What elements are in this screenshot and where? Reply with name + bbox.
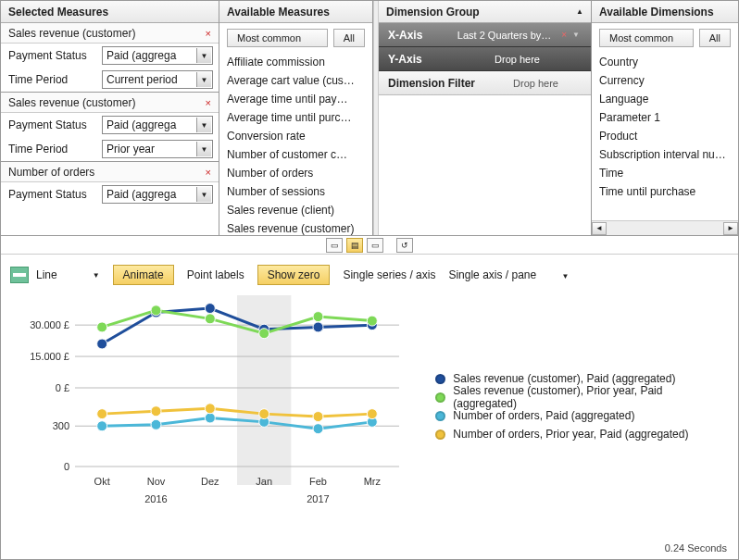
available-dimensions-body: Most common All CountryCurrencyLanguageP… [592,23,738,235]
available-measure-item[interactable]: Conversion rate [219,127,372,145]
remove-measure-icon[interactable]: × [206,97,211,108]
measures-filter-mostcommon[interactable]: Most common [227,29,328,47]
available-dimensions-header: Available Dimensions [592,1,738,23]
remove-measure-icon[interactable]: × [206,28,211,39]
svg-text:0: 0 [64,461,69,472]
chevron-down-icon: ▼ [196,48,211,63]
svg-point-34 [367,409,377,419]
available-dimension-item[interactable]: Currency [592,71,738,90]
available-measure-item[interactable]: Sales revenue (client) [219,201,372,219]
svg-point-11 [313,322,323,332]
svg-point-7 [97,339,107,349]
measures-filter-all[interactable]: All [333,29,365,47]
param-combo[interactable]: Paid (aggrega▼ [102,116,213,134]
series-mode-label[interactable]: Single series / axis [343,268,435,281]
x-axis-remove-icon[interactable]: × [561,30,567,40]
dimensions-filter-all[interactable]: All [699,29,731,47]
svg-text:2016: 2016 [144,493,167,504]
dimension-filter-row[interactable]: Dimension Filter Drop here [379,71,591,95]
x-axis-dropdown-icon[interactable]: ▼ [570,31,582,39]
svg-point-30 [151,406,161,417]
measure-param-row: Payment StatusPaid (aggrega▼ [1,44,219,68]
scroll-left-icon[interactable]: ◄ [592,222,607,235]
svg-point-27 [313,424,323,434]
x-axis-label: X-Axis [388,29,453,42]
selected-measures-header: Selected Measures [1,1,219,23]
show-zero-toggle[interactable]: Show zero [257,265,331,285]
available-measure-item[interactable]: Affiliate commission [219,53,372,71]
legend-color-dot [435,411,445,421]
chart-type-combo[interactable]: Line ▼ [10,267,100,283]
param-label: Time Period [8,73,96,86]
param-value: Current period [106,73,196,86]
chart-canvas: 0 £15.000 £30.000 £0300OktNovDezJanFebMr… [10,295,417,522]
measure-group-heading: Number of orders× [1,162,219,182]
scroll-right-icon[interactable]: ► [723,222,738,235]
measure-group-title: Sales revenue (customer) [8,96,135,109]
view-mode-2[interactable]: ▤ [346,238,363,253]
available-measure-item[interactable]: Average cart value (cus… [219,71,372,90]
selected-measures-body: Sales revenue (customer)×Payment StatusP… [1,23,219,235]
measure-group-heading: Sales revenue (customer)× [1,23,219,44]
x-axis-value: Last 2 Quarters by… [453,30,556,41]
param-label: Payment Status [8,49,96,62]
svg-point-23 [97,421,107,431]
svg-text:2017: 2017 [307,493,329,504]
legend-label: Number of orders, Prior year, Paid (aggr… [453,428,688,441]
legend-item: Sales revenue (customer), Prior year, Pa… [435,388,729,406]
param-label: Payment Status [8,188,96,201]
available-measures-body: Most common All Affiliate commissionAver… [219,23,372,235]
param-combo[interactable]: Paid (aggrega▼ [102,185,213,204]
dimensions-hscrollbar[interactable]: ◄ ► [592,220,738,235]
param-combo[interactable]: Prior year▼ [102,140,213,158]
svg-point-33 [313,412,323,422]
pane-mode-combo[interactable]: Single axis / pane ▼ [448,268,569,281]
available-measure-item[interactable]: Sales revenue (customer) [219,219,372,235]
available-dimension-item[interactable]: Product [592,127,738,145]
x-axis-row[interactable]: X-Axis Last 2 Quarters by… × ▼ [379,23,591,47]
param-combo[interactable]: Current period▼ [102,70,213,89]
svg-point-13 [97,322,107,332]
selected-measures-panel: Selected Measures Sales revenue (custome… [1,1,219,235]
available-dimension-item[interactable]: Subscription interval numbe [592,145,738,164]
available-dimension-item[interactable]: Parameter 1 [592,108,738,127]
svg-point-15 [205,314,215,324]
point-labels-toggle[interactable]: Point labels [187,268,244,281]
view-mode-refresh[interactable]: ↺ [396,238,413,253]
param-label: Time Period [8,143,96,156]
param-combo[interactable]: Paid (aggrega▼ [102,46,213,65]
param-value: Paid (aggrega [106,118,196,131]
available-dimensions-panel: Available Dimensions Most common All Cou… [592,1,738,235]
view-mode-3[interactable]: ▭ [367,238,383,253]
param-value: Paid (aggrega [106,49,196,62]
available-measure-item[interactable]: Average time until pay… [219,90,372,108]
chevron-down-icon: ▼ [93,271,100,280]
remove-measure-icon[interactable]: × [206,167,211,178]
chevron-down-icon: ▼ [196,118,211,132]
available-measure-item[interactable]: Number of orders [219,164,372,182]
collapse-icon[interactable]: ▲ [576,1,583,23]
chart-legend: Sales revenue (customer), Paid (aggregat… [417,295,729,522]
available-measure-item[interactable]: Number of sessions [219,182,372,201]
svg-point-14 [151,305,161,316]
param-value: Prior year [106,143,196,156]
legend-item: Number of orders, Prior year, Paid (aggr… [435,425,729,443]
y-axis-row[interactable]: Y-Axis Drop here [379,47,591,71]
available-dimension-item[interactable]: Time [592,164,738,182]
available-dimension-item[interactable]: Time until purchase [592,182,738,201]
animate-toggle[interactable]: Animate [113,265,174,285]
measure-group-title: Number of orders [8,166,94,179]
dimensions-filter-mostcommon[interactable]: Most common [599,29,694,47]
line-chart-icon [10,267,29,283]
view-mode-1[interactable]: ▭ [326,238,343,253]
available-dimension-item[interactable]: Country [592,53,738,71]
available-dimension-item[interactable]: Language [592,90,738,108]
available-measure-item[interactable]: Average time until purc… [219,108,372,127]
available-dimensions-title: Available Dimensions [599,1,714,23]
measure-group-title: Sales revenue (customer) [8,27,135,40]
dimension-filter-value: Drop here [490,78,582,89]
chevron-down-icon: ▼ [196,187,211,202]
available-measure-item[interactable]: Number of customer c… [219,145,372,164]
measure-param-row: Time PeriodPrior year▼ [1,137,219,161]
chevron-down-icon: ▼ [562,272,570,280]
